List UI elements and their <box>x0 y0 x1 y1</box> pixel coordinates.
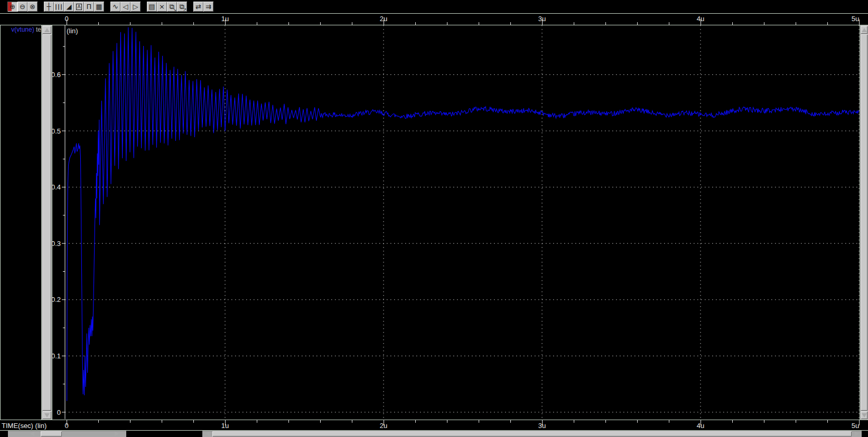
swap-panels-icon: ⇄ <box>195 3 201 10</box>
plot-canvas[interactable]: 0.60.50.40.30.20.10 (lin) <box>52 25 860 420</box>
arrow-down-icon <box>862 413 867 417</box>
scrollbar-thumb[interactable] <box>861 34 867 411</box>
toolbar-group: ▤×⧉↘⧉↗ <box>147 2 187 12</box>
export-list-button[interactable]: ⇉ <box>203 2 213 12</box>
waveform-tool-button[interactable]: ∿ <box>110 2 120 12</box>
scroll-right-button[interactable] <box>113 431 121 437</box>
time-tick-label: 2u <box>380 15 387 23</box>
zoom-off-icon: ⊗ <box>30 3 35 10</box>
marker-pair-icon: Π <box>87 3 92 10</box>
toolbar-group: ∿◁▷ <box>110 2 141 12</box>
plot-horizontal-scrollbar[interactable] <box>202 431 862 437</box>
scrollbar-thumb[interactable] <box>41 431 62 436</box>
top-time-ruler: 01u2u3u4u5u <box>0 14 868 25</box>
scroll-down-button[interactable] <box>42 411 51 419</box>
scroll-left-button[interactable] <box>28 431 36 437</box>
ruler-tick <box>257 420 257 423</box>
y-tick-label: 0.3 <box>52 240 61 248</box>
right-vertical-scrollbar[interactable] <box>860 25 868 420</box>
time-tick-label: 1u <box>221 15 229 23</box>
arrow-left-icon <box>206 431 210 436</box>
zoom-out-button[interactable]: ⊖ <box>17 2 27 12</box>
horizontal-scrollbar-row <box>0 431 868 437</box>
export-list-icon: ⇉ <box>206 3 211 10</box>
time-tick-label: 3u <box>538 15 546 23</box>
slope-measure-icon: ◢ <box>67 3 72 10</box>
arrow-right-icon <box>855 431 859 436</box>
ruler-tick <box>732 420 733 423</box>
vertical-markers-button[interactable]: ||| <box>54 2 64 12</box>
ruler-tick <box>764 420 764 423</box>
ruler-tick <box>415 420 416 423</box>
ruler-tick <box>352 420 352 423</box>
ruler-tick <box>637 420 638 423</box>
annotation-label-button[interactable]: A <box>74 2 84 12</box>
signal-list-item[interactable]: v(vtune) te <box>11 26 41 33</box>
waveform-trace <box>67 27 859 401</box>
left-vertical-scrollbar[interactable] <box>42 25 52 420</box>
slope-measure-button[interactable]: ◢ <box>64 2 74 12</box>
toolbar-group: ⇄⇉ <box>193 2 213 12</box>
signal-suffix: te <box>34 26 41 33</box>
y-tick-label: 0.5 <box>52 127 61 135</box>
delete-waveform-icon: × <box>159 3 165 10</box>
ruler-tick <box>574 420 574 423</box>
time-tick-label: 1u <box>221 422 229 430</box>
split-panel-icon: ▤ <box>148 3 155 10</box>
ruler-tick <box>98 420 99 423</box>
waveform-plot: 0.60.50.40.30.20.10 <box>52 25 860 420</box>
ruler-tick <box>193 420 194 423</box>
scroll-up-button[interactable] <box>42 26 51 34</box>
ruler-tick <box>320 420 321 423</box>
scroll-right-button[interactable] <box>853 431 861 437</box>
scroll-up-button[interactable] <box>861 26 867 34</box>
signal-name: v(vtune) <box>11 26 34 33</box>
corner-arrow-icon: ↘ <box>173 8 176 12</box>
scrollbar-thumb[interactable] <box>42 34 51 411</box>
grid-toggle-icon: ▦ <box>96 3 102 10</box>
y-tick-label: 0 <box>57 408 61 416</box>
split-panel-button[interactable]: ▤ <box>147 2 157 12</box>
y-tick-label: 0.1 <box>52 352 61 360</box>
marker-pair-button[interactable]: Π <box>84 2 94 12</box>
toolbar-group: ┼|||◢AΠ▦ <box>44 2 104 12</box>
time-tick-label: 4u <box>697 422 704 430</box>
grid-toggle-button[interactable]: ▦ <box>94 2 104 12</box>
pan-left-button[interactable]: ◁ <box>120 2 130 12</box>
copy-waveform-up-button[interactable]: ⧉↗ <box>177 2 187 12</box>
zoom-in-button[interactable]: ⊕ <box>7 2 17 12</box>
waveform-tool-icon: ∿ <box>113 3 118 10</box>
pan-right-button[interactable]: ▷ <box>130 2 141 12</box>
pan-left-icon: ◁ <box>123 3 128 10</box>
ruler-tick <box>288 420 289 423</box>
arrow-up-icon <box>862 28 867 32</box>
ruler-tick <box>796 420 796 423</box>
time-tick-label: 5u <box>852 15 859 23</box>
pan-right-icon: ▷ <box>133 3 138 10</box>
scroll-down-button[interactable] <box>861 411 867 419</box>
zoom-off-button[interactable]: ⊗ <box>27 2 38 12</box>
corner-arrow-icon: ↗ <box>183 8 186 12</box>
panel-horizontal-scrollbar[interactable] <box>8 431 126 437</box>
ruler-tick <box>669 420 669 423</box>
scroll-left-button[interactable] <box>203 431 212 437</box>
crosshair-cursor-button[interactable]: ┼ <box>44 2 54 12</box>
ruler-tick <box>510 420 511 423</box>
toolbar-group: ⊕⊖⊗ <box>7 2 38 12</box>
arrow-left-icon <box>30 431 34 436</box>
ruler-tick <box>447 420 447 423</box>
swap-panels-button[interactable]: ⇄ <box>193 2 203 12</box>
vertical-markers-icon: ||| <box>55 4 63 10</box>
toolbar: ⊕⊖⊗┼|||◢AΠ▦∿◁▷▤×⧉↘⧉↗⇄⇉ <box>0 0 868 13</box>
crosshair-cursor-icon: ┼ <box>47 3 51 10</box>
delete-waveform-button[interactable]: × <box>157 2 167 12</box>
ruler-tick <box>605 420 606 423</box>
annotation-label-icon: A <box>76 4 81 10</box>
scrollbar-thumb[interactable] <box>212 431 852 436</box>
signal-list-panel: v(vtune) te <box>0 25 41 420</box>
arrow-up-icon <box>44 28 50 32</box>
copy-waveform-down-button[interactable]: ⧉↘ <box>167 2 177 12</box>
arrow-right-icon <box>115 431 119 436</box>
zoom-in-icon: ⊕ <box>10 3 15 10</box>
ruler-tick <box>130 420 130 423</box>
